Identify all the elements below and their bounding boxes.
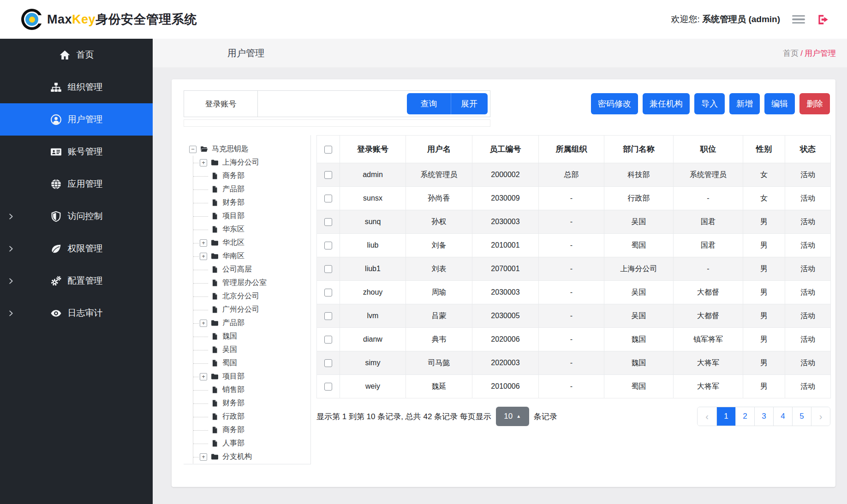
tree-node[interactable]: 产品部 (193, 183, 310, 196)
tree-node[interactable]: 公司高层 (193, 263, 310, 276)
table-row[interactable]: liub1刘表2070001-上海分公司-男活动 (317, 257, 831, 281)
row-checkbox[interactable] (324, 265, 332, 273)
breadcrumb-separator: / (800, 49, 803, 58)
table-row[interactable]: weiy魏延2010006-蜀国大将军男活动 (317, 375, 831, 398)
login-account-input[interactable] (258, 91, 407, 117)
next-page-button[interactable]: › (811, 407, 830, 426)
tree-node[interactable]: +华南区 (193, 249, 310, 263)
sidebar-item-config[interactable]: 配置管理 (0, 265, 153, 297)
sidebar-item-app[interactable]: 应用管理 (0, 168, 153, 200)
table-cell: 活动 (785, 257, 831, 281)
tree-node[interactable]: 北京分公司 (193, 290, 310, 303)
tree-node[interactable]: 广州分公司 (193, 303, 310, 316)
tree-node[interactable]: 管理层办公室 (193, 276, 310, 290)
table-row[interactable]: zhouy周瑜2030003-吴国大都督男活动 (317, 281, 831, 304)
collapse-toggle-icon[interactable]: − (189, 146, 197, 153)
table-cell: 魏国 (604, 351, 674, 375)
table-cell: 大将军 (674, 351, 743, 375)
row-checkbox[interactable] (324, 289, 332, 296)
table-cell: - (539, 210, 604, 234)
id-card-icon (50, 146, 62, 158)
tree-node[interactable]: −马克思钥匙 (189, 142, 310, 156)
row-checkbox[interactable] (324, 218, 332, 226)
sidebar-item-home[interactable]: 首页 (0, 39, 153, 71)
tree-node[interactable]: 吴国 (193, 343, 310, 356)
column-header: 性别 (743, 136, 785, 163)
tree-node[interactable]: +产品部 (193, 316, 310, 330)
select-all-checkbox[interactable] (324, 146, 332, 154)
expand-button[interactable]: 展开 (451, 93, 488, 114)
page-button-1[interactable]: 1 (716, 407, 735, 426)
toolbar-button-5[interactable]: 删除 (799, 93, 830, 114)
tree-node[interactable]: 魏国 (193, 330, 310, 343)
table-row[interactable]: lvm吕蒙2030005-吴国大都督男活动 (317, 304, 831, 328)
tree-node[interactable]: 人事部 (193, 437, 310, 450)
tree-node[interactable]: +分支机构 (193, 450, 310, 463)
expand-toggle-icon[interactable]: + (200, 253, 207, 260)
toolbar-button-4[interactable]: 编辑 (764, 93, 795, 114)
page-button-2[interactable]: 2 (735, 407, 754, 426)
sidebar-item-access[interactable]: 访问控制 (0, 200, 153, 232)
tree-node[interactable]: 华东区 (193, 223, 310, 236)
expand-toggle-icon[interactable]: + (200, 320, 207, 327)
page-button-3[interactable]: 3 (754, 407, 773, 426)
file-icon (210, 439, 219, 447)
toolbar-button-1[interactable]: 兼任机构 (643, 93, 690, 114)
tree-node[interactable]: +上海分公司 (193, 156, 310, 169)
sidebar-item-user[interactable]: 用户管理 (0, 103, 153, 136)
logout-icon[interactable] (817, 13, 829, 26)
table-row[interactable]: sunq孙权2030003-吴国国君男活动 (317, 210, 831, 234)
sidebar-item-audit[interactable]: 日志审计 (0, 297, 153, 329)
content-area: 登录账号 查询 展开 密码修改兼任机构导入新增编辑删除 −马克思钥匙+上海分公司… (153, 67, 847, 504)
toolbar-button-0[interactable]: 密码修改 (591, 93, 638, 114)
menu-toggle-icon[interactable] (792, 15, 805, 24)
table-cell: 大都督 (674, 281, 743, 304)
table-row[interactable]: sunsx孙尚香2030009-行政部-女活动 (317, 187, 831, 210)
tree-node[interactable]: 行政部 (193, 410, 310, 423)
tree-node[interactable]: 财务部 (193, 397, 310, 410)
sidebar-item-org[interactable]: 组织管理 (0, 71, 153, 103)
row-checkbox[interactable] (324, 336, 332, 344)
toolbar-button-2[interactable]: 导入 (694, 93, 725, 114)
sidebar-item-perm[interactable]: 权限管理 (0, 232, 153, 265)
row-checkbox[interactable] (324, 171, 332, 179)
expand-toggle-icon[interactable]: + (200, 239, 207, 247)
tree-node[interactable]: 财务部 (193, 196, 310, 209)
breadcrumb-home[interactable]: 首页 (783, 49, 799, 58)
page-size-select[interactable]: 10 ▲ (496, 407, 529, 426)
row-checkbox[interactable] (324, 359, 332, 367)
tree-node[interactable]: 蜀国 (193, 356, 310, 370)
row-checkbox[interactable] (324, 242, 332, 249)
tree-node[interactable]: +华北区 (193, 236, 310, 249)
tree-node[interactable]: 销售部 (193, 383, 310, 397)
expand-toggle-icon[interactable]: + (200, 453, 207, 461)
table-cell: 男 (743, 328, 785, 351)
breadcrumb: 首页/用户管理 (783, 48, 836, 59)
sidebar-item-account[interactable]: 账号管理 (0, 136, 153, 168)
row-checkbox[interactable] (324, 195, 332, 202)
tree-node[interactable]: 商务部 (193, 423, 310, 437)
prev-page-button[interactable]: ‹ (698, 407, 716, 426)
expand-toggle-icon[interactable]: + (200, 373, 207, 380)
row-checkbox[interactable] (324, 312, 332, 320)
tree-node[interactable]: +项目部 (193, 370, 310, 383)
expand-toggle-icon[interactable]: + (200, 159, 207, 166)
page-button-5[interactable]: 5 (792, 407, 811, 426)
table-cell: 活动 (785, 304, 831, 328)
table-row[interactable]: admin系统管理员2000002总部科技部系统管理员女活动 (317, 163, 831, 187)
page-button-4[interactable]: 4 (773, 407, 792, 426)
tree-node[interactable]: 项目部 (193, 209, 310, 223)
globe-icon (50, 178, 62, 190)
row-checkbox[interactable] (324, 383, 332, 391)
query-button[interactable]: 查询 (407, 93, 451, 114)
toolbar-button-3[interactable]: 新增 (729, 93, 760, 114)
table-row[interactable]: liub刘备2010001-蜀国国君男活动 (317, 234, 831, 257)
table-cell: 2000002 (472, 163, 539, 187)
table-row[interactable]: dianw典韦2020006-魏国镇军将军男活动 (317, 328, 831, 351)
table-row[interactable]: simy司马懿2020003-魏国大将军男活动 (317, 351, 831, 375)
brand: MaxKey身份安全管理系统 (21, 9, 197, 30)
tree-node[interactable]: 商务部 (193, 169, 310, 183)
breadcrumb-current[interactable]: 用户管理 (805, 49, 836, 58)
advanced-search-collapsed (184, 119, 490, 127)
table-cell: 2010006 (472, 375, 539, 398)
